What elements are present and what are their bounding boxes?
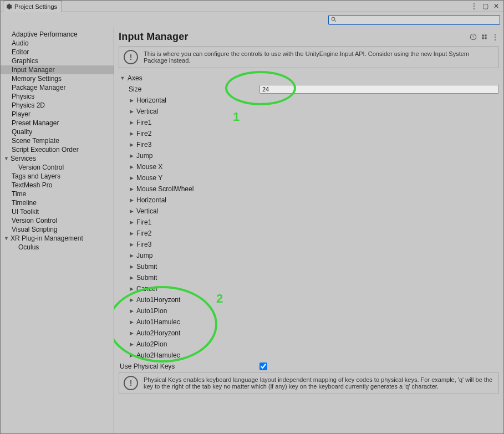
- sidebar-item[interactable]: Adaptive Performance: [1, 30, 114, 39]
- axis-foldout[interactable]: ▶Fire1: [119, 117, 499, 128]
- axis-foldout[interactable]: ▶Mouse Y: [119, 172, 499, 183]
- sidebar-item[interactable]: Package Manager: [1, 83, 114, 92]
- chevron-right-icon: ▶: [129, 297, 134, 303]
- axis-label: Cancel: [136, 285, 157, 293]
- sidebar-item[interactable]: UI Toolkit: [1, 207, 114, 216]
- help-icon[interactable]: ?: [469, 33, 477, 41]
- axis-foldout[interactable]: ▶Jump: [119, 150, 499, 161]
- axis-label: Jump: [136, 252, 152, 259]
- project-settings-window: Project Settings Adaptive PerformanceAud…: [0, 0, 504, 434]
- axis-foldout[interactable]: ▶Jump: [119, 250, 499, 261]
- sidebar-group[interactable]: ▼XR Plug-in Management: [1, 234, 114, 243]
- axis-foldout[interactable]: ▶Auto2Pion: [119, 339, 499, 350]
- heading-row: Input Manager ?: [119, 31, 499, 43]
- axis-foldout[interactable]: ▶Auto1Pion: [119, 305, 499, 316]
- axis-foldout[interactable]: ▶Auto1Horyzont: [119, 294, 499, 305]
- axis-foldout[interactable]: ▶Submit: [119, 272, 499, 283]
- sidebar-item[interactable]: Graphics: [1, 57, 114, 65]
- sidebar-item[interactable]: Script Execution Order: [1, 145, 114, 154]
- sidebar-item[interactable]: Quality: [1, 127, 114, 136]
- close-icon[interactable]: [492, 2, 500, 10]
- axis-foldout[interactable]: ▶Auto2Horyzont: [119, 328, 499, 339]
- size-input[interactable]: [259, 85, 499, 94]
- axis-foldout[interactable]: ▶Vertical: [119, 206, 499, 217]
- sidebar-item[interactable]: Version Control: [1, 216, 114, 225]
- search-input[interactable]: [339, 16, 497, 24]
- info-banner-physical: ! Physical Keys enables keyboard languag…: [119, 372, 499, 394]
- axis-label: Horizontal: [136, 196, 166, 204]
- axis-foldout[interactable]: ▶Fire2: [119, 128, 499, 139]
- axis-foldout[interactable]: ▶Fire3: [119, 239, 499, 250]
- sidebar-item[interactable]: Physics: [1, 92, 114, 101]
- sidebar-item[interactable]: Editor: [1, 48, 114, 57]
- sidebar-item[interactable]: Input Manager: [1, 65, 114, 74]
- sidebar-item[interactable]: Time: [1, 190, 114, 198]
- axis-foldout[interactable]: ▶Horizontal: [119, 95, 499, 106]
- axis-label: Vertical: [136, 207, 158, 215]
- sidebar-item-label: Time: [11, 190, 26, 198]
- axis-label: Fire1: [136, 218, 151, 226]
- axis-foldout[interactable]: ▶Mouse ScrollWheel: [119, 183, 499, 195]
- size-label: Size: [126, 85, 259, 93]
- maximize-icon[interactable]: [481, 2, 489, 10]
- tab-project-settings[interactable]: Project Settings: [3, 1, 62, 12]
- chevron-right-icon: ▶: [129, 275, 134, 280]
- sidebar-item-label: Physics: [11, 93, 34, 100]
- sidebar-item-label: TextMesh Pro: [11, 181, 52, 189]
- axis-label: Fire1: [136, 119, 151, 126]
- chevron-right-icon: ▶: [129, 98, 134, 103]
- sidebar-item-label: Version Control: [17, 164, 64, 171]
- chevron-right-icon: ▶: [129, 231, 134, 236]
- preset-icon[interactable]: [480, 33, 488, 41]
- axis-foldout[interactable]: ▶Fire2: [119, 228, 499, 239]
- kebab-icon[interactable]: [470, 2, 478, 10]
- sidebar-item[interactable]: Tags and Layers: [1, 172, 114, 181]
- svg-rect-7: [485, 37, 486, 39]
- sidebar-item[interactable]: Scene Template: [1, 136, 114, 145]
- axis-foldout[interactable]: ▶Fire3: [119, 139, 499, 150]
- sidebar-item-label: Package Manager: [11, 84, 65, 91]
- sidebar-item-label: Physics 2D: [11, 101, 45, 109]
- axis-foldout[interactable]: ▶Auto1Hamulec: [119, 316, 499, 328]
- sidebar-item[interactable]: Physics 2D: [1, 101, 114, 110]
- body: Adaptive PerformanceAudioEditorGraphicsI…: [1, 28, 503, 433]
- physical-keys-checkbox[interactable]: [259, 362, 267, 370]
- sidebar-item[interactable]: Audio: [1, 39, 114, 48]
- sidebar-item[interactable]: Timeline: [1, 198, 114, 207]
- sidebar-item[interactable]: Oculus: [1, 243, 114, 252]
- axes-foldout[interactable]: ▼ Axes: [119, 73, 499, 84]
- axis-foldout[interactable]: ▶Auto2Hamulec: [119, 350, 499, 361]
- sidebar-item-label: Tags and Layers: [11, 172, 60, 180]
- info-icon: !: [124, 376, 138, 390]
- menu-icon[interactable]: [491, 33, 499, 41]
- sidebar[interactable]: Adaptive PerformanceAudioEditorGraphicsI…: [1, 28, 114, 433]
- axis-label: Mouse Y: [136, 174, 162, 182]
- axis-foldout[interactable]: ▶Horizontal: [119, 195, 499, 206]
- chevron-right-icon: ▶: [129, 242, 134, 247]
- axis-label: Jump: [136, 152, 152, 160]
- sidebar-item[interactable]: TextMesh Pro: [1, 181, 114, 190]
- chevron-right-icon: ▶: [129, 219, 134, 225]
- axis-label: Auto1Hamulec: [136, 318, 180, 326]
- sidebar-item[interactable]: Memory Settings: [1, 74, 114, 83]
- sidebar-group[interactable]: ▼Services: [1, 154, 114, 163]
- search-box[interactable]: [328, 15, 500, 25]
- sidebar-item[interactable]: Preset Manager: [1, 119, 114, 127]
- chevron-down-icon: ▼: [120, 75, 125, 81]
- axis-foldout[interactable]: ▶Vertical: [119, 106, 499, 117]
- sidebar-item[interactable]: Version Control: [1, 163, 114, 172]
- axis-foldout[interactable]: ▶Cancel: [119, 283, 499, 294]
- sidebar-item-label: Player: [11, 110, 30, 118]
- axis-foldout[interactable]: ▶Fire1: [119, 217, 499, 228]
- heading-actions: ?: [469, 33, 499, 41]
- chevron-right-icon: ▶: [129, 253, 134, 258]
- sidebar-item[interactable]: Visual Scripting: [1, 225, 114, 234]
- axis-label: Mouse ScrollWheel: [136, 185, 194, 193]
- chevron-right-icon: ▶: [129, 120, 134, 125]
- axis-foldout[interactable]: ▶Mouse X: [119, 161, 499, 172]
- main-scroll[interactable]: Input Manager ? ! This is where you can …: [114, 28, 503, 433]
- axis-foldout[interactable]: ▶Submit: [119, 261, 499, 272]
- sidebar-item[interactable]: Player: [1, 110, 114, 119]
- tab-title: Project Settings: [14, 3, 57, 10]
- main-panel: Input Manager ? ! This is where you can …: [114, 28, 503, 433]
